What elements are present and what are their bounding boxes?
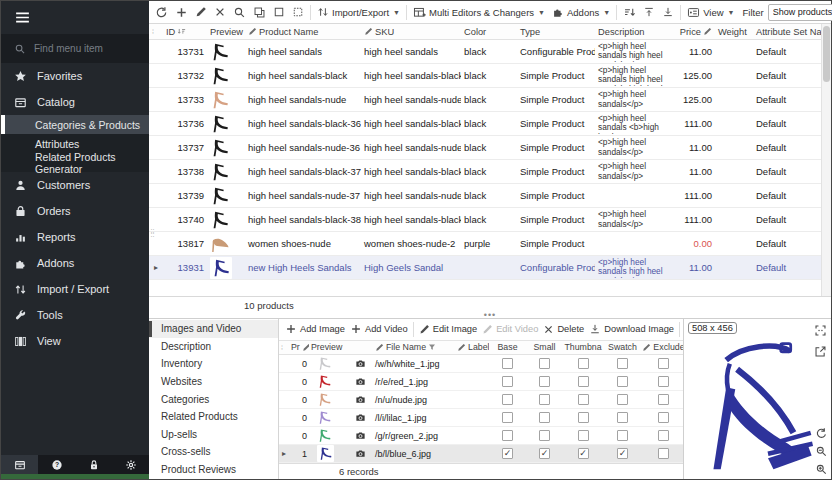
download-image-button[interactable]: Download Image <box>587 321 676 337</box>
sidebar-item-catalog[interactable]: Catalog <box>1 89 149 115</box>
checkbox-thumbnail[interactable] <box>578 412 589 423</box>
product-row[interactable]: 13731high heel sandalshigh heel sandalsb… <box>149 40 831 64</box>
paste-button[interactable] <box>270 4 288 20</box>
image-row[interactable]: 0/n/u/nude.jpg <box>279 391 683 409</box>
delete-product-button[interactable] <box>211 4 229 20</box>
tab-product-reviews[interactable]: Product Reviews <box>149 461 278 479</box>
product-row[interactable]: 13737high heel sandals-nude-36high heel … <box>149 136 831 160</box>
sidebar-item-customers[interactable]: Customers <box>1 172 149 198</box>
checkbox-exclude[interactable] <box>658 376 669 387</box>
product-row[interactable]: 13817women shoes-nudewomen shoes-nude-2p… <box>149 232 831 256</box>
edit-image-button[interactable]: Edit Image <box>417 322 479 337</box>
col-header-color[interactable]: Color <box>461 27 517 37</box>
col-header-id[interactable]: ID <box>163 27 207 37</box>
image-row[interactable]: 0/l/i/lilac_1.jpg <box>279 409 683 427</box>
checkbox-base[interactable] <box>502 430 513 441</box>
image-row[interactable]: 0/w/h/white_1.jpg <box>279 355 683 373</box>
multi-editors-menu[interactable]: Multi Editors & Changers▼ <box>410 4 548 21</box>
checkbox-thumbnail[interactable] <box>578 430 589 441</box>
product-row[interactable]: 13732high heel sandals-blackhigh heel sa… <box>149 64 831 88</box>
grid-splitter-grip[interactable]: :::: <box>150 229 155 245</box>
checkbox-swatch[interactable]: ✓ <box>617 448 628 459</box>
checkbox-exclude[interactable] <box>658 430 669 441</box>
col-header-attribute-set[interactable]: Attribute Set Name <box>753 27 823 37</box>
copy-button[interactable] <box>250 4 269 21</box>
sidebar-item-favorites[interactable]: Favorites <box>1 63 149 89</box>
tab-up-sells[interactable]: Up-sells <box>149 426 278 444</box>
hamburger-menu-icon[interactable] <box>14 9 31 26</box>
product-row[interactable]: 13740high heel sandals-black-38high heel… <box>149 208 831 232</box>
checkbox-base[interactable] <box>502 376 513 387</box>
decrease-row-height-button[interactable] <box>659 4 677 20</box>
checkbox-small[interactable] <box>539 358 550 369</box>
checkbox-swatch[interactable] <box>617 412 628 423</box>
checkbox-small[interactable]: ✓ <box>539 448 550 459</box>
delete-image-button[interactable]: Delete <box>541 322 586 337</box>
col-header-base[interactable]: Base <box>489 342 526 352</box>
addons-menu[interactable]: Addons▼ <box>549 4 613 20</box>
checkbox-base[interactable] <box>502 412 513 423</box>
import-export-menu[interactable]: Import/Export▼ <box>314 4 403 20</box>
open-external-icon[interactable] <box>814 345 827 358</box>
checkbox-exclude[interactable] <box>658 394 669 405</box>
checkbox-thumbnail[interactable] <box>578 358 589 369</box>
increase-row-height-button[interactable] <box>640 4 658 20</box>
product-row[interactable]: 13739high heel sandals-nude-37high heel … <box>149 184 831 208</box>
add-image-button[interactable]: Add Image <box>283 321 347 337</box>
edit-product-button[interactable] <box>192 4 210 20</box>
lock-icon[interactable] <box>75 455 112 474</box>
scrollbar-thumb[interactable] <box>823 26 830 82</box>
checkbox-base[interactable] <box>502 394 513 405</box>
search-button[interactable] <box>230 4 249 21</box>
sidebar-item-import-export[interactable]: Import / Export <box>1 276 149 302</box>
refresh-button[interactable] <box>152 4 171 21</box>
checkbox-swatch[interactable] <box>617 430 628 441</box>
image-row[interactable]: 0/g/r/green_2.jpg <box>279 427 683 445</box>
settings-gear-icon[interactable] <box>112 455 149 474</box>
checkbox-exclude[interactable] <box>658 448 669 459</box>
checkbox-swatch[interactable] <box>617 376 628 387</box>
checkbox-thumbnail[interactable] <box>578 376 589 387</box>
tab-description[interactable]: Description <box>149 338 278 356</box>
sidebar-item-view[interactable]: View <box>1 328 149 354</box>
sidebar-item-categories-products[interactable]: Categories & Products <box>1 115 149 134</box>
checkbox-exclude[interactable] <box>658 412 669 423</box>
checkbox-exclude[interactable] <box>658 358 669 369</box>
tab-inventory[interactable]: Inventory <box>149 355 278 373</box>
help-icon[interactable] <box>38 455 75 474</box>
checkbox-small[interactable] <box>539 376 550 387</box>
products-scrollbar[interactable] <box>821 24 831 296</box>
filter-select[interactable]: Show products from selected categories▼ <box>768 4 832 21</box>
tab-images-and-video[interactable]: Images and Video <box>149 320 278 338</box>
zoom-in-icon[interactable] <box>815 463 828 476</box>
product-row[interactable]: 13736high heel sandals-black-36high heel… <box>149 112 831 136</box>
product-row[interactable]: 13738high heel sandals-black-37high heel… <box>149 160 831 184</box>
col-header-price[interactable]: Price <box>671 27 715 37</box>
checkbox-thumbnail[interactable] <box>578 394 589 405</box>
zoom-out-icon[interactable] <box>815 445 828 458</box>
checkbox-small[interactable] <box>539 430 550 441</box>
col-header-position[interactable]: Pr <box>289 342 309 352</box>
checkbox-base[interactable]: ✓ <box>502 448 513 459</box>
checkbox-swatch[interactable] <box>617 394 628 405</box>
store-icon[interactable] <box>1 455 38 474</box>
col-header-small[interactable]: Small <box>526 342 563 352</box>
tab-categories[interactable]: Categories <box>149 390 278 408</box>
edit-video-button[interactable]: Edit Video <box>480 322 540 337</box>
add-product-button[interactable] <box>172 4 191 21</box>
tab-cross-sells[interactable]: Cross-sells <box>149 443 278 461</box>
col-header-product-name[interactable]: Product Name <box>245 27 361 37</box>
col-header-description[interactable]: Description <box>595 27 671 37</box>
col-header-thumbnail[interactable]: Thumbna <box>563 342 603 352</box>
sidebar-item-reports[interactable]: Reports <box>1 224 149 250</box>
col-header-file-name[interactable]: File Name <box>373 342 455 352</box>
col-header-exclude[interactable]: Exclude <box>642 342 685 352</box>
col-header-label[interactable]: Label <box>455 342 489 352</box>
sidebar-item-tools[interactable]: Tools <box>1 302 149 328</box>
col-header-preview[interactable]: Preview <box>207 27 245 37</box>
col-header-weight[interactable]: Weight <box>715 27 753 37</box>
autosize-columns-button[interactable] <box>620 4 639 21</box>
checkbox-base[interactable] <box>502 358 513 369</box>
col-header-sku[interactable]: SKU <box>361 27 461 37</box>
col-header-type[interactable]: Type <box>517 27 595 37</box>
